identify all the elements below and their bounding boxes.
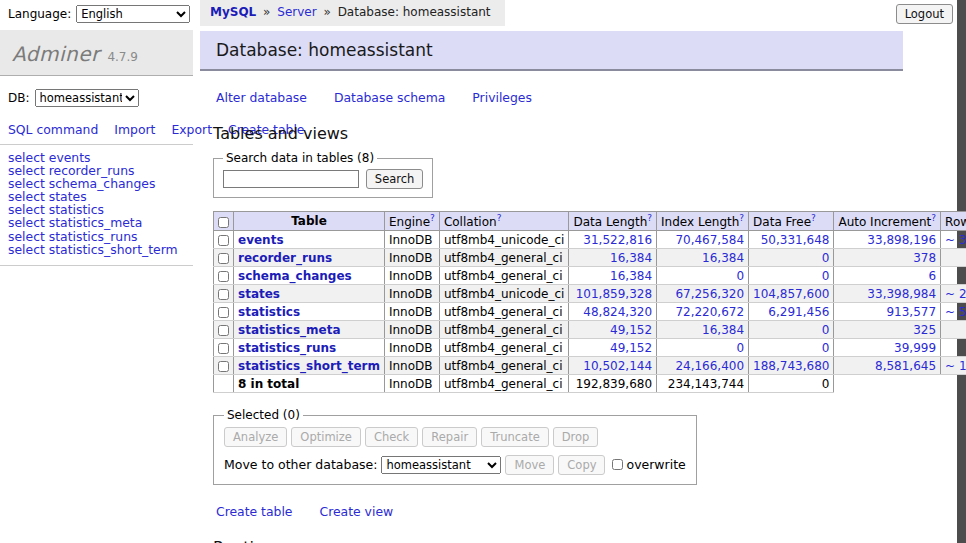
search-button[interactable]: Search	[366, 169, 424, 189]
logout-button[interactable]: Logout	[896, 4, 953, 24]
data-free-link[interactable]: 6,291,456	[768, 305, 829, 319]
sidebar-action-sql-command[interactable]: SQL command	[8, 122, 98, 137]
row-checkbox-cell	[214, 231, 234, 249]
index-length-cell: 67,256,320	[657, 285, 749, 303]
optimize-button[interactable]: Optimize	[291, 427, 361, 447]
auto-increment-link[interactable]: 39,999	[894, 341, 936, 355]
table-link-statistics-short-term[interactable]: statistics_short_term	[238, 359, 380, 373]
overwrite-checkbox[interactable]	[612, 459, 623, 470]
move-button[interactable]: Move	[505, 455, 554, 475]
link-create-view[interactable]: Create view	[320, 504, 394, 519]
index-length-link[interactable]: 16,384	[702, 251, 744, 265]
sidebar-link-select-statistics-short-term[interactable]: select statistics_short_term	[8, 242, 178, 257]
data-length-cell: 31,522,816	[569, 231, 657, 249]
data-length-link[interactable]: 31,522,816	[583, 233, 652, 247]
rows-link[interactable]: ~ 136,108	[945, 359, 966, 373]
move-db-select[interactable]: homeassistant	[381, 456, 501, 474]
index-length-link[interactable]: 0	[736, 269, 744, 283]
data-free-cell: 0	[749, 267, 834, 285]
auto-increment-link[interactable]: 33,898,196	[867, 233, 936, 247]
breadcrumb-server-link[interactable]: Server	[277, 5, 316, 19]
index-length-link[interactable]: 16,384	[702, 323, 744, 337]
language-select[interactable]: English	[76, 5, 190, 23]
db-link-alter-database[interactable]: Alter database	[216, 90, 307, 105]
column-help-link[interactable]: ?	[811, 213, 816, 223]
data-free-link[interactable]: 0	[822, 251, 830, 265]
table-link-states[interactable]: states	[238, 287, 280, 301]
data-length-link[interactable]: 49,152	[610, 323, 652, 337]
auto-increment-link[interactable]: 378	[913, 251, 936, 265]
data-length-link[interactable]: 16,384	[610, 251, 652, 265]
data-free-link[interactable]: 188,743,680	[753, 359, 829, 373]
db-link-privileges[interactable]: Privileges	[472, 90, 532, 105]
index-length-link[interactable]: 70,467,584	[675, 233, 744, 247]
repair-button[interactable]: Repair	[422, 427, 477, 447]
drop-button[interactable]: Drop	[553, 427, 599, 447]
table-link-events[interactable]: events	[238, 233, 284, 247]
data-length-link[interactable]: 49,152	[610, 341, 652, 355]
data-free-link[interactable]: 0	[822, 323, 830, 337]
rows-link[interactable]: ~ 299,833	[945, 287, 966, 301]
data-free-link[interactable]: 0	[822, 341, 830, 355]
copy-button[interactable]: Copy	[558, 455, 605, 475]
index-length-link[interactable]: 72,220,672	[675, 305, 744, 319]
check-button[interactable]: Check	[365, 427, 418, 447]
column-help-link[interactable]: ?	[739, 213, 744, 223]
auto-increment-cell: 6	[834, 267, 941, 285]
column-help-link[interactable]: ?	[647, 213, 652, 223]
table-link-schema-changes[interactable]: schema_changes	[238, 269, 352, 283]
data-length-link[interactable]: 101,859,328	[576, 287, 652, 301]
rows-cell: ~ 244	[941, 321, 966, 339]
row-checkbox[interactable]	[218, 289, 229, 300]
row-checkbox[interactable]	[218, 325, 229, 336]
db-link-database-schema[interactable]: Database schema	[334, 90, 445, 105]
auto-increment-link[interactable]: 913,577	[886, 305, 936, 319]
row-checkbox[interactable]	[218, 361, 229, 372]
total-data-free-cell: 0	[749, 375, 834, 393]
rows-link[interactable]: ~ 312,180	[945, 233, 966, 247]
data-free-link[interactable]: 104,857,600	[753, 287, 829, 301]
table-link-statistics-meta[interactable]: statistics_meta	[238, 323, 341, 337]
index-length-link[interactable]: 24,166,400	[675, 359, 744, 373]
index-length-link[interactable]: 67,256,320	[675, 287, 744, 301]
rows-cell: ~ 312,180	[941, 231, 966, 249]
column-help-link[interactable]: ?	[497, 213, 502, 223]
select-all-checkbox[interactable]	[218, 217, 229, 228]
total-collation-cell: utf8mb4_general_ci	[439, 375, 569, 393]
row-checkbox[interactable]	[218, 343, 229, 354]
collation-cell: utf8mb4_general_ci	[439, 303, 569, 321]
db-select[interactable]: homeassistant	[35, 89, 139, 107]
row-checkbox[interactable]	[218, 271, 229, 282]
table-row: eventsInnoDButf8mb4_unicode_ci31,522,816…	[214, 231, 966, 249]
breadcrumb-mysql-link[interactable]: MySQL	[210, 5, 256, 19]
data-length-link[interactable]: 48,824,320	[583, 305, 652, 319]
column-help-link[interactable]: ?	[931, 213, 936, 223]
search-legend: Search data in tables (8)	[223, 151, 377, 165]
truncate-button[interactable]: Truncate	[481, 427, 549, 447]
auto-increment-link[interactable]: 325	[913, 323, 936, 337]
total-empty-cell	[214, 375, 234, 393]
data-length-cell: 49,152	[569, 321, 657, 339]
row-checkbox[interactable]	[218, 307, 229, 318]
search-input[interactable]	[223, 170, 359, 188]
table-link-statistics[interactable]: statistics	[238, 305, 300, 319]
link-create-table[interactable]: Create table	[216, 504, 293, 519]
engine-cell: InnoDB	[384, 339, 439, 357]
auto-increment-link[interactable]: 6	[928, 269, 936, 283]
column-help-link[interactable]: ?	[430, 213, 435, 223]
table-link-statistics-runs[interactable]: statistics_runs	[238, 341, 336, 355]
auto-increment-link[interactable]: 33,398,984	[867, 287, 936, 301]
data-free-link[interactable]: 50,331,648	[761, 233, 830, 247]
auto-increment-link[interactable]: 8,581,645	[875, 359, 936, 373]
index-length-link[interactable]: 0	[736, 341, 744, 355]
data-length-link[interactable]: 16,384	[610, 269, 652, 283]
rows-link[interactable]: ~ 569,159	[945, 305, 966, 319]
table-link-recorder-runs[interactable]: recorder_runs	[238, 251, 332, 265]
row-checkbox[interactable]	[218, 235, 229, 246]
data-length-link[interactable]: 10,502,144	[583, 359, 652, 373]
sidebar-action-import[interactable]: Import	[114, 122, 155, 137]
adminer-version: 4.7.9	[107, 50, 138, 64]
row-checkbox[interactable]	[218, 253, 229, 264]
analyze-button[interactable]: Analyze	[224, 427, 287, 447]
data-free-link[interactable]: 0	[822, 269, 830, 283]
